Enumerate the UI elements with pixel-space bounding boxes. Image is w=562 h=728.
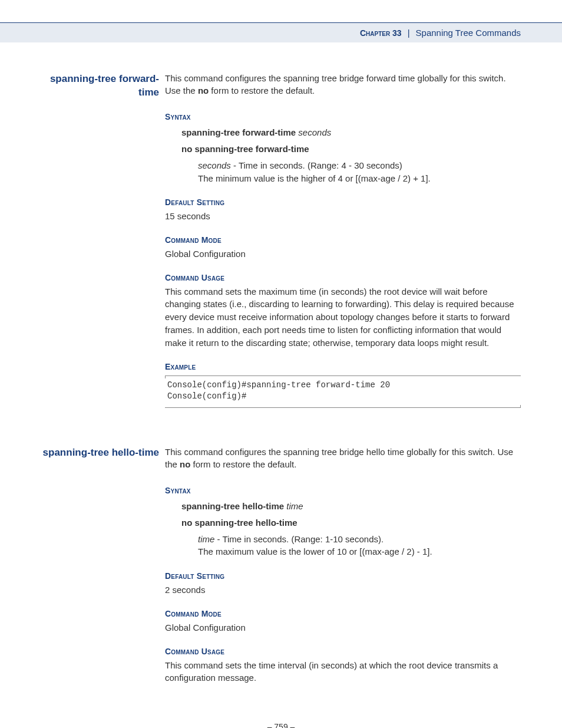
default-setting-block: Default Setting 15 seconds [165,196,521,222]
command-description: This command configures the spanning tre… [165,72,521,97]
intro-bold: no [180,459,190,469]
arg-text: - Time in seconds. (Range: 1-10 seconds)… [214,534,384,544]
command-mode-block: Command Mode Global Configuration [165,234,521,260]
command-body: This command configures the spanning tre… [165,72,521,420]
chapter-label: Chapter 33 [360,28,402,38]
syntax-line: spanning-tree forward-time seconds [181,126,521,139]
command-entry: spanning-tree forward-time This command … [41,72,521,420]
syntax-arg: time [286,501,303,511]
page-header: Chapter 33 | Spanning Tree Commands [0,22,562,42]
syntax-lines: spanning-tree hello-time time no spannin… [165,500,521,558]
syntax-block: Syntax spanning-tree forward-time second… [165,111,521,185]
command-name-margin: spanning-tree hello-time [41,446,165,696]
command-usage-text: This command sets the maximum time (in s… [165,285,521,350]
chapter-word: Chapter [360,28,390,38]
syntax-heading: Syntax [165,485,521,496]
header-divider: | [408,28,410,38]
command-body: This command configures the spanning tre… [165,446,521,696]
syntax-line: spanning-tree hello-time time [181,500,521,513]
command-mode-block: Command Mode Global Configuration [165,608,521,634]
default-setting-block: Default Setting 2 seconds [165,570,521,596]
command-entry: spanning-tree hello-time This command co… [41,446,521,696]
command-name: spanning-tree forward-time [50,73,159,98]
syntax-cmd: no spanning-tree forward-time [181,144,309,154]
example-heading: Example [165,361,521,373]
syntax-block: Syntax spanning-tree hello-time time no … [165,485,521,558]
syntax-line: no spanning-tree forward-time [181,143,521,156]
command-name-margin: spanning-tree forward-time [41,72,165,420]
example-code: Console(config)#spanning-tree forward-ti… [165,375,521,408]
default-setting-heading: Default Setting [165,196,521,208]
top-margin [0,0,562,22]
chapter-number: 33 [392,28,402,38]
command-mode-heading: Command Mode [165,234,521,246]
intro-text-b: form to restore the default. [209,85,315,95]
arg-line2: The minimum value is the higher of 4 or … [198,173,431,183]
arg-name: time [198,534,214,544]
arg-name: seconds [198,160,231,170]
command-mode-value: Global Configuration [165,248,521,261]
argument-description: time - Time in seconds. (Range: 1-10 sec… [181,533,521,559]
default-setting-heading: Default Setting [165,570,521,582]
arg-line2: The maximum value is the lower of 10 or … [198,546,432,556]
command-usage-block: Command Usage This command sets the time… [165,645,521,684]
intro-bold: no [198,85,209,95]
command-usage-heading: Command Usage [165,645,521,657]
intro-text-b: form to restore the default. [190,459,296,469]
default-setting-value: 15 seconds [165,210,521,223]
arg-text: - Time in seconds. (Range: 4 - 30 second… [231,160,402,170]
argument-description: seconds - Time in seconds. (Range: 4 - 3… [181,159,521,185]
default-setting-value: 2 seconds [165,584,521,597]
chapter-title: Spanning Tree Commands [416,28,521,38]
example-block: Example Console(config)#spanning-tree fo… [165,361,521,407]
syntax-cmd: spanning-tree forward-time [181,127,296,137]
syntax-arg: seconds [298,127,331,137]
command-mode-heading: Command Mode [165,608,521,620]
syntax-cmd: no spanning-tree hello-time [181,518,297,528]
page-content: spanning-tree forward-time This command … [0,42,562,728]
command-name: spanning-tree hello-time [43,447,159,458]
syntax-lines: spanning-tree forward-time seconds no sp… [165,126,521,185]
command-description: This command configures the spanning tre… [165,446,521,470]
command-usage-block: Command Usage This command sets the maxi… [165,272,521,349]
command-mode-value: Global Configuration [165,621,521,634]
command-usage-text: This command sets the time interval (in … [165,659,521,685]
syntax-heading: Syntax [165,111,521,123]
page-number: – 759 – [41,722,521,728]
syntax-line: no spanning-tree hello-time [181,516,521,529]
syntax-cmd: spanning-tree hello-time [181,501,284,511]
command-usage-heading: Command Usage [165,272,521,284]
